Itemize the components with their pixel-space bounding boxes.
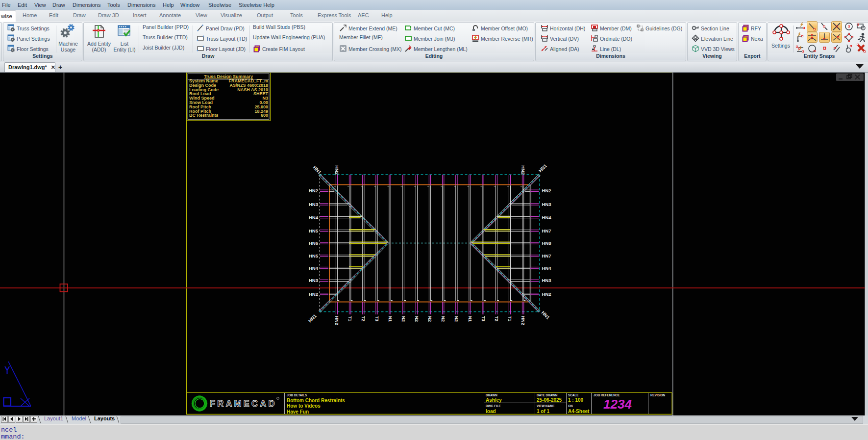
svg-text:HN3: HN3 [542, 278, 551, 283]
svg-text:HN7: HN7 [542, 228, 551, 233]
svg-text:T2: T2 [494, 316, 499, 321]
svg-text:HN2: HN2 [334, 316, 340, 325]
svg-text:HN8: HN8 [542, 240, 551, 246]
svg-text:HN2: HN2 [542, 291, 551, 297]
svg-text:1 : 100: 1 : 100 [568, 397, 584, 403]
svg-text:Have Fun: Have Fun [287, 409, 309, 414]
svg-text:T3: T3 [481, 316, 486, 321]
svg-text:HN2: HN2 [521, 165, 526, 175]
svg-text:HN6: HN6 [309, 240, 318, 246]
svg-text:600: 600 [261, 113, 268, 118]
svg-text:A4-Sheet: A4-Sheet [568, 409, 590, 414]
svg-text:HN2: HN2 [521, 316, 526, 325]
svg-text:25-06-2025: 25-06-2025 [537, 397, 562, 403]
svg-text:JOB REFERENCE: JOB REFERENCE [594, 393, 620, 397]
svg-text:DWG FILE: DWG FILE [486, 404, 501, 408]
svg-text:T1: T1 [347, 316, 353, 322]
svg-text:VIEW NAME: VIEW NAME [537, 404, 554, 408]
svg-text:N2: N2 [427, 316, 433, 322]
svg-text:DATE DRAWN: DATE DRAWN [537, 393, 558, 397]
svg-text:T3: T3 [374, 316, 380, 321]
svg-text:HN3: HN3 [309, 278, 318, 283]
svg-text:HN2: HN2 [542, 188, 551, 193]
svg-text:JOB DETAILS: JOB DETAILS [287, 393, 307, 397]
svg-text:HN4: HN4 [309, 265, 319, 271]
svg-text:HN3: HN3 [542, 202, 551, 207]
svg-text:HN5: HN5 [309, 228, 319, 233]
svg-text:HN7: HN7 [542, 253, 551, 259]
svg-text:HN4: HN4 [542, 265, 552, 271]
svg-text:SCALE: SCALE [568, 393, 578, 397]
svg-text:DRAWN: DRAWN [486, 393, 497, 397]
svg-text:HN5: HN5 [309, 253, 319, 259]
svg-text:HN2: HN2 [309, 188, 318, 193]
svg-text:N1: N1 [388, 316, 393, 322]
svg-text:Bottom Chord Restraints: Bottom Chord Restraints [287, 398, 345, 403]
svg-text:1 of 1: 1 of 1 [537, 409, 550, 414]
svg-text:HN4: HN4 [309, 215, 319, 220]
svg-text:load: load [486, 409, 496, 414]
svg-text:1234: 1234 [603, 397, 632, 412]
svg-text:HN2: HN2 [334, 165, 340, 175]
svg-text:How to Videos: How to Videos [287, 403, 321, 409]
svg-text:N2: N2 [454, 316, 459, 322]
svg-text:N2: N2 [414, 316, 420, 322]
svg-text:ON: ON [568, 404, 573, 408]
svg-text:Truss Design Summary: Truss Design Summary [204, 74, 253, 79]
svg-text:FRAMECAD: FRAMECAD [210, 399, 277, 409]
svg-text:N2: N2 [441, 316, 446, 322]
svg-text:N1: N1 [468, 316, 473, 322]
svg-text:HN3: HN3 [309, 202, 318, 207]
svg-text:N2: N2 [401, 316, 406, 322]
svg-text:T2: T2 [361, 316, 366, 321]
svg-text:T1: T1 [507, 316, 513, 322]
svg-text:REVISION: REVISION [650, 393, 666, 397]
svg-text:HN4: HN4 [542, 215, 552, 220]
svg-text:HN2: HN2 [309, 291, 318, 297]
svg-text:Ashley: Ashley [486, 397, 502, 403]
svg-text:BC Restraints: BC Restraints [189, 113, 219, 118]
